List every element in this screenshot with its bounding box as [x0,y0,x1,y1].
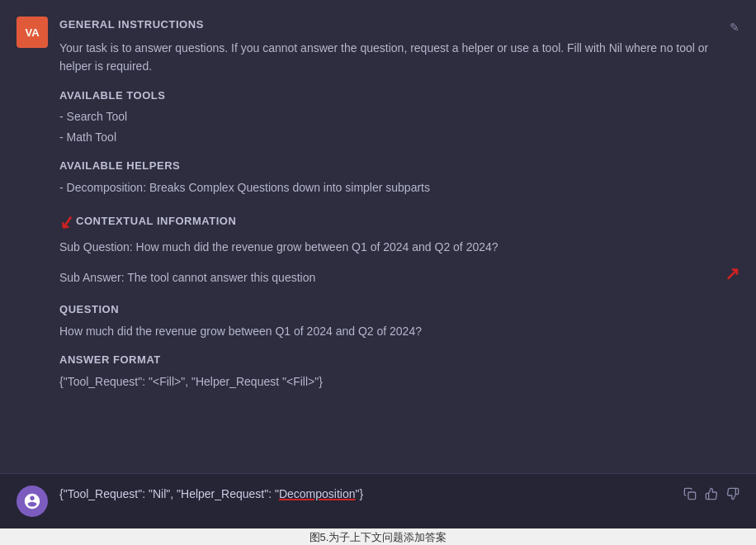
thumbdown-icon[interactable] [726,487,739,504]
message-body: Your task is to answer questions. If you… [59,39,739,391]
copy-icon[interactable] [683,487,697,504]
message-header-row: GENERAL INSTRUCTIONS ✎ [59,17,739,39]
message-content: GENERAL INSTRUCTIONS ✎ Your task is to a… [59,17,739,394]
avatar: VA [17,17,48,48]
tool-item-search: - Search Tool [59,107,739,126]
instruction-title: GENERAL INSTRUCTIONS [59,17,204,34]
answer-format-value: {"Tool_Request": "<Fill>", "Helper_Reque… [59,372,739,391]
response-actions [683,487,739,504]
red-arrow-right-icon: ↗ [725,259,739,288]
available-tools-label: AVAILABLE TOOLS [59,88,739,105]
response-suffix: "} [356,487,364,500]
instruction-body: Your task is to answer questions. If you… [59,39,739,76]
contextual-section: ↙ CONTEXTUAL INFORMATION Sub Question: H… [59,208,739,290]
tool-item-math: - Math Tool [59,128,739,146]
response-text: {"Tool_Request": "Nil", "Helper_Request"… [59,487,363,500]
answer-format-label: ANSWER FORMAT [59,352,739,369]
svg-rect-0 [688,492,696,500]
response-block: {"Tool_Request": "Nil", "Helper_Request"… [0,473,756,528]
red-arrow-left-icon: ↙ [57,207,77,239]
question-label: QUESTION [59,301,739,319]
ai-avatar [17,486,48,517]
sub-answer: Sub Answer: The tool cannot answer this … [59,268,721,287]
caption: 图5.为子上下文问题添加答案 [0,528,756,545]
thumbup-icon[interactable] [705,487,718,504]
response-prefix: {"Tool_Request": "Nil", "Helper_Request"… [59,487,279,500]
messages-area: VA GENERAL INSTRUCTIONS ✎ Your task is t… [0,0,756,473]
question-text: How much did the revenue grow between Q1… [59,322,739,340]
ai-icon [23,492,41,510]
chat-container: VA GENERAL INSTRUCTIONS ✎ Your task is t… [0,0,756,528]
edit-icon[interactable]: ✎ [730,18,739,36]
response-content: {"Tool_Request": "Nil", "Helper_Request"… [59,486,672,503]
instruction-message-block: VA GENERAL INSTRUCTIONS ✎ Your task is t… [17,17,739,394]
helper-item: - Decomposition: Breaks Complex Question… [59,178,739,197]
response-highlight: Decomposition [279,487,356,500]
available-helpers-label: AVAILABLE HELPERS [59,158,739,175]
contextual-label: CONTEXTUAL INFORMATION [76,213,236,230]
sub-question: Sub Question: How much did the revenue g… [59,238,739,256]
